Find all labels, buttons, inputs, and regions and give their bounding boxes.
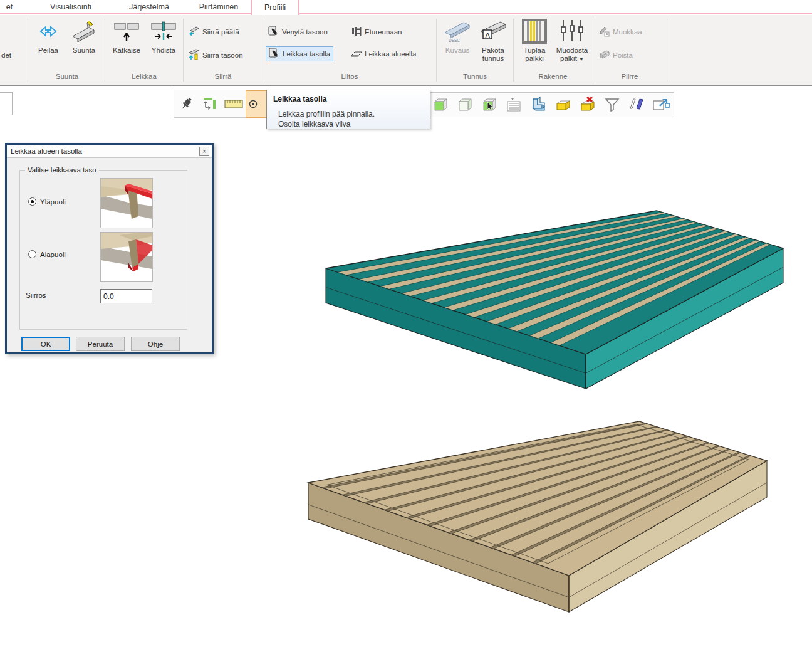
target-icon bbox=[249, 100, 258, 108]
leikkaa-tasolla-button[interactable]: Leikkaa tasolla bbox=[266, 46, 333, 61]
yellow-box-icon bbox=[554, 96, 572, 113]
groupbox-label: Valitse leikkaava taso bbox=[25, 166, 99, 174]
ok-button[interactable]: OK bbox=[21, 337, 70, 351]
siirra-paata-button[interactable]: Siirrä päätä bbox=[186, 24, 242, 39]
generate-studs-icon bbox=[558, 18, 586, 45]
break-icon bbox=[113, 18, 140, 45]
view-toolbar bbox=[427, 92, 674, 117]
move-to-plane-icon bbox=[189, 49, 200, 61]
group-label-rakenne: Rakenne bbox=[513, 73, 593, 80]
deck-model-teal[interactable] bbox=[326, 211, 783, 389]
partial-button-label[interactable]: det bbox=[1, 51, 11, 59]
group-label-liitos: Liitos bbox=[263, 73, 436, 80]
filter-button[interactable] bbox=[600, 93, 624, 117]
tab-jarjestelma[interactable]: Järjestelmä bbox=[113, 0, 185, 13]
cut-on-plane-icon bbox=[269, 48, 280, 60]
tab-accent-line bbox=[0, 13, 812, 14]
description-beam-icon: DESC bbox=[442, 18, 472, 45]
svg-text:x: x bbox=[605, 53, 608, 57]
join-icon bbox=[150, 18, 177, 45]
radio-ylapuoli[interactable]: Yläpuoli bbox=[28, 197, 66, 206]
tab-profiili[interactable]: Profiili bbox=[251, 0, 299, 15]
clipped-panel-edge bbox=[0, 92, 13, 115]
list-view-button[interactable] bbox=[502, 93, 526, 117]
shaded-faces-button[interactable] bbox=[429, 93, 452, 117]
radio-circle-selected bbox=[28, 197, 36, 206]
tab-piirtaminen[interactable]: Piirtäminen bbox=[187, 0, 251, 13]
pin-button[interactable] bbox=[174, 92, 198, 116]
mirror-icon bbox=[36, 18, 61, 45]
muodosta-palkit-button[interactable]: Muodosta palkit ▼ bbox=[553, 18, 591, 71]
blue-l-solid-icon bbox=[529, 96, 547, 113]
svg-text:DESC: DESC bbox=[449, 38, 460, 43]
export-arrow-icon bbox=[652, 96, 670, 113]
cut-in-region-icon bbox=[351, 48, 362, 60]
dropdown-arrow-icon: ▼ bbox=[579, 56, 584, 62]
two-slabs-icon bbox=[628, 96, 645, 113]
group-label-tunnus: Tunnus bbox=[437, 73, 513, 80]
edit-feature-icon bbox=[599, 26, 610, 38]
poista-button[interactable]: xx Poista bbox=[596, 48, 635, 63]
move-end-icon bbox=[189, 26, 200, 38]
dialog-leikkaa-alueen-tasolla: Leikkaa alueen tasolla × Valitse leikkaa… bbox=[5, 143, 214, 354]
etureunaan-button[interactable]: Etureunaan bbox=[348, 24, 404, 39]
ribbon-tab-bar: et Visualisointi Järjestelmä Piirtäminen… bbox=[0, 0, 812, 15]
open-box-button[interactable] bbox=[551, 93, 575, 117]
siirra-tasoon-button[interactable]: Siirrä tasoon bbox=[186, 48, 246, 63]
dialog-title[interactable]: Leikkaa alueen tasolla bbox=[7, 145, 212, 158]
leikkaa-alueella-button[interactable]: Leikkaa alueella bbox=[348, 46, 419, 61]
group-label-suunta: Suunta bbox=[31, 73, 103, 80]
export-view-button[interactable] bbox=[649, 93, 673, 117]
svg-text:A: A bbox=[486, 31, 491, 39]
group-label-piirre: Piirre bbox=[593, 73, 667, 80]
delete-box-button[interactable] bbox=[576, 93, 600, 117]
muokkaa-button[interactable]: Muokkaa bbox=[596, 24, 645, 39]
dialog-close-button[interactable]: × bbox=[199, 147, 209, 156]
help-button[interactable]: Ohje bbox=[131, 337, 180, 351]
pakota-tunnus-button[interactable]: A Pakota tunnus bbox=[475, 18, 511, 71]
double-stud-icon bbox=[521, 18, 548, 45]
ruler-icon bbox=[224, 96, 243, 112]
cut-above-preview-image bbox=[100, 178, 153, 228]
tooltip: Leikkaa tasolla Leikkaa profiilin pää pi… bbox=[266, 90, 430, 129]
cube-shaded-icon bbox=[456, 96, 474, 113]
venyta-tasoon-button[interactable]: Venytä tasoon bbox=[266, 24, 330, 39]
pushpin-icon bbox=[178, 96, 194, 112]
ribbon: det Peilaa Suunta Suunta Katkaise bbox=[0, 15, 812, 86]
tooltip-title: Leikkaa tasolla bbox=[273, 95, 430, 103]
measure-button[interactable] bbox=[222, 92, 246, 116]
group-label-siirra: Siirrä bbox=[184, 73, 263, 80]
group-label-leikkaa: Leikkaa bbox=[105, 73, 183, 80]
tab-partial[interactable]: et bbox=[0, 0, 19, 13]
select-faces-button[interactable] bbox=[477, 93, 501, 117]
tab-visualisointi[interactable]: Visualisointi bbox=[30, 0, 112, 13]
delete-feature-icon: xx bbox=[599, 49, 610, 61]
beam-direction-icon bbox=[70, 18, 98, 45]
tuplaa-palkki-button[interactable]: Tuplaa palkki bbox=[516, 18, 553, 71]
cut-below-preview-image bbox=[100, 232, 153, 282]
cube-green-face-icon bbox=[432, 96, 449, 113]
extend-move-icon bbox=[202, 96, 218, 112]
list-icon bbox=[505, 96, 523, 113]
yhdista-button[interactable]: Yhdistä bbox=[145, 18, 182, 71]
kuvaus-button[interactable]: DESC Kuvaus bbox=[440, 18, 475, 71]
yellow-box-delete-icon bbox=[579, 96, 596, 113]
cancel-button[interactable]: Peruuta bbox=[76, 337, 125, 351]
extend-button[interactable] bbox=[198, 92, 222, 116]
peilaa-button[interactable]: Peilaa bbox=[31, 18, 65, 71]
offset-input[interactable] bbox=[100, 289, 152, 303]
cube-select-icon bbox=[481, 96, 498, 113]
radio-circle-unselected bbox=[28, 250, 36, 258]
radio-alapuoli[interactable]: Alapuoli bbox=[28, 250, 66, 258]
offset-label: Siirros bbox=[26, 292, 46, 299]
suunta-button[interactable]: Suunta bbox=[65, 18, 103, 71]
stretch-to-plane-icon bbox=[268, 26, 279, 38]
katkaise-button[interactable]: Katkaise bbox=[108, 18, 145, 71]
force-mark-icon: A bbox=[478, 18, 508, 45]
funnel-icon bbox=[604, 97, 620, 113]
shaded-solid-button[interactable] bbox=[453, 93, 477, 117]
slabs-button[interactable] bbox=[625, 93, 648, 117]
ibeam-icon bbox=[351, 26, 362, 38]
deck-model-tan[interactable] bbox=[308, 421, 767, 612]
profile-solid-button[interactable] bbox=[526, 93, 550, 117]
